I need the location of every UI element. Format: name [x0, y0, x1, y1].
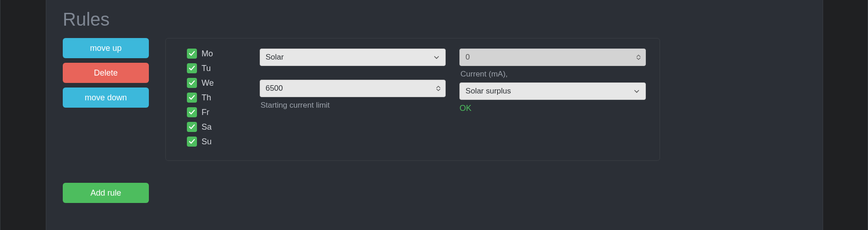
day-row: Su: [187, 137, 214, 147]
surplus-select[interactable]: Solar surplus: [459, 82, 646, 100]
current-value: 0: [465, 53, 469, 62]
add-rule-button[interactable]: Add rule: [63, 183, 149, 203]
number-spinner[interactable]: [434, 83, 442, 94]
check-icon: [189, 109, 195, 115]
current-label: Current (mA),: [459, 70, 646, 79]
mode-select[interactable]: Solar: [260, 49, 446, 66]
surplus-select-value: Solar surplus: [465, 87, 511, 96]
day-checkbox-tu[interactable]: [187, 63, 197, 73]
day-label: Tu: [202, 64, 211, 73]
mode-select-value: Solar: [266, 53, 284, 62]
starting-current-label: Starting current limit: [260, 101, 446, 110]
check-icon: [189, 138, 195, 145]
chevron-down-icon: [636, 57, 641, 60]
delete-button[interactable]: Delete: [63, 63, 149, 83]
starting-current-value: 6500: [266, 84, 283, 93]
day-row: We: [187, 78, 214, 88]
rule-card: Mo Tu We Th: [165, 38, 660, 161]
check-icon: [189, 80, 195, 86]
check-icon: [189, 124, 195, 130]
day-checkbox-mo[interactable]: [187, 49, 197, 59]
chevron-down-icon: [433, 54, 440, 60]
status-label: OK: [459, 104, 646, 113]
day-checkbox-th[interactable]: [187, 93, 197, 103]
days-column: Mo Tu We Th: [187, 49, 214, 147]
day-row: Th: [187, 93, 214, 103]
current-input[interactable]: 0: [459, 49, 646, 66]
move-up-button[interactable]: move up: [63, 38, 149, 58]
chevron-down-icon: [633, 88, 640, 94]
day-label: Fr: [202, 108, 209, 117]
day-row: Fr: [187, 107, 214, 117]
day-checkbox-sa[interactable]: [187, 122, 197, 132]
day-label: Mo: [202, 49, 213, 59]
number-spinner[interactable]: [634, 52, 643, 63]
day-checkbox-su[interactable]: [187, 137, 197, 147]
day-label: Sa: [202, 122, 212, 132]
day-label: We: [202, 78, 214, 88]
check-icon: [189, 65, 195, 71]
day-label: Su: [202, 137, 212, 147]
starting-current-input[interactable]: 6500: [260, 80, 446, 97]
day-row: Mo: [187, 49, 214, 59]
day-checkbox-we[interactable]: [187, 78, 197, 88]
day-checkbox-fr[interactable]: [187, 107, 197, 117]
page-title: Rules: [63, 9, 806, 30]
check-icon: [189, 50, 195, 57]
side-button-column: move up Delete move down Add rule: [63, 38, 149, 203]
check-icon: [189, 94, 195, 101]
day-label: Th: [202, 93, 211, 103]
day-row: Sa: [187, 122, 214, 132]
move-down-button[interactable]: move down: [63, 88, 149, 108]
chevron-down-icon: [436, 88, 441, 91]
day-row: Tu: [187, 63, 214, 73]
